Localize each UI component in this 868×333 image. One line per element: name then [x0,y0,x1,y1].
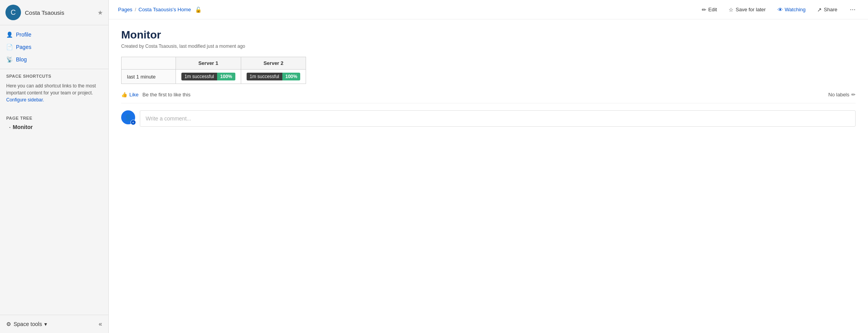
sidebar-item-blog[interactable]: 📡 Blog [0,53,108,66]
status-text-server2: 1m successful [247,73,282,80]
space-shortcuts-title: SPACE SHORTCUTS [0,69,108,80]
page-body: Monitor Created by Costa Tsaousis, last … [109,19,868,333]
star-icon[interactable]: ★ [97,9,103,16]
space-shortcuts-section: SPACE SHORTCUTS Here you can add shortcu… [0,69,108,108]
edit-button[interactable]: ✏ Edit [699,5,719,14]
watching-label: Watching [785,7,806,12]
star-outline-icon: ☆ [729,7,734,13]
comment-section: 👤 + Write a comment... [121,110,856,127]
edit-labels-icon[interactable]: ✏ [851,92,856,98]
profile-icon: 👤 [6,31,13,38]
monitor-table: Server 1 Server 2 last 1 minute 1m succe… [121,57,306,84]
share-label: Share [824,7,837,12]
sidebar-item-profile-label: Profile [16,31,31,38]
space-tools-label: Space tools [14,321,42,327]
top-bar: Pages / Costa Tsaousis's Home 🔓 ✏ Edit ☆… [109,0,868,19]
avatar-add-icon: + [130,120,136,125]
status-cell-server2: 1m successful 100% [247,73,301,80]
page-tree-item-monitor[interactable]: • Monitor [0,122,108,132]
comment-avatar: 👤 + [121,110,135,124]
sidebar-item-pages-label: Pages [16,44,31,50]
page-tree-item-label: Monitor [13,124,33,130]
eye-icon: 👁 [778,7,783,13]
comment-placeholder: Write a comment... [146,115,191,122]
page-title: Monitor [121,29,856,41]
collapse-sidebar-button[interactable]: « [99,321,102,328]
comment-input[interactable]: Write a comment... [140,110,856,127]
more-icon: ··· [850,5,856,13]
like-section: 👍 Like Be the first to like this [121,92,190,98]
collapse-icon: « [99,321,102,327]
share-button[interactable]: ↗ Share [815,5,840,14]
chevron-down-icon: ▾ [44,321,47,327]
blog-icon: 📡 [6,56,13,63]
edit-icon: ✏ [702,7,706,13]
no-labels-text: No labels [828,92,849,98]
page-tree-section: PAGE TREE • Monitor [0,108,108,135]
no-labels: No labels ✏ [828,92,856,98]
sidebar-item-pages[interactable]: 📄 Pages [0,41,108,53]
like-label: Like [129,92,139,98]
sidebar: C Costa Tsaousis ★ 👤 Profile 📄 Pages 📡 B… [0,0,109,333]
table-row: last 1 minute 1m successful 100% 1m succ… [122,70,306,84]
like-description: Be the first to like this [143,92,191,98]
thumbs-up-icon: 👍 [121,92,127,98]
breadcrumb-sep: / [135,7,136,12]
breadcrumb: Pages / Costa Tsaousis's Home 🔓 [118,7,202,13]
sidebar-item-blog-label: Blog [16,56,27,63]
avatar: C [5,5,21,20]
table-header-empty [122,57,176,70]
status-pct-server1: 100% [217,73,235,80]
page-tree-title: PAGE TREE [0,111,108,122]
sidebar-item-profile[interactable]: 👤 Profile [0,28,108,41]
more-options-button[interactable]: ··· [847,4,859,15]
watching-button[interactable]: 👁 Watching [775,5,808,14]
status-cell-server1: 1m successful 100% [181,73,235,80]
breadcrumb-pages[interactable]: Pages [118,7,132,12]
share-icon: ↗ [817,7,822,13]
bullet-icon: • [9,126,10,129]
page-meta: Created by Costa Tsaousis, last modified… [121,44,856,49]
sidebar-nav: 👤 Profile 📄 Pages 📡 Blog [0,25,108,69]
status-text-server1: 1m successful [181,73,217,80]
sidebar-username: Costa Tsaousis [25,9,94,16]
save-for-later-button[interactable]: ☆ Save for later [726,5,768,14]
top-actions: ✏ Edit ☆ Save for later 👁 Watching ↗ Sha… [699,4,859,15]
like-button[interactable]: 👍 Like [121,92,139,98]
status-pct-server2: 100% [282,73,301,80]
breadcrumb-home[interactable]: Costa Tsaousis's Home [139,7,191,12]
main-content: Pages / Costa Tsaousis's Home 🔓 ✏ Edit ☆… [109,0,868,333]
like-bar: 👍 Like Be the first to like this No labe… [121,92,856,103]
space-shortcuts-desc: Here you can add shortcut links to the m… [6,83,96,96]
table-header-server2: Server 2 [241,57,306,70]
gear-icon: ⚙ [6,321,11,327]
space-shortcuts-text: Here you can add shortcut links to the m… [0,80,108,108]
space-tools-button[interactable]: ⚙ Space tools ▾ [6,321,47,327]
sidebar-header: C Costa Tsaousis ★ [0,0,108,25]
edit-label: Edit [708,7,717,12]
table-header-server1: Server 1 [176,57,241,70]
lock-icon: 🔓 [195,7,202,13]
save-for-later-label: Save for later [736,7,765,12]
sidebar-footer: ⚙ Space tools ▾ « [0,315,108,333]
configure-sidebar-link[interactable]: Configure sidebar. [6,97,44,103]
table-cell-server1: 1m successful 100% [176,70,241,84]
table-cell-row-label: last 1 minute [122,70,176,84]
table-cell-server2: 1m successful 100% [241,70,306,84]
pages-icon: 📄 [6,44,13,50]
